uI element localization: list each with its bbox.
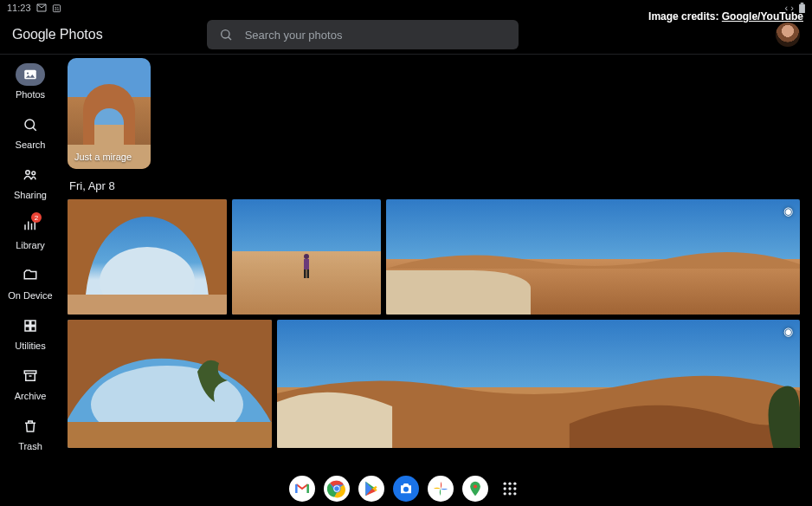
- svg-rect-17: [31, 321, 35, 325]
- image-credits: Image credits: Google/YouTube: [648, 10, 803, 23]
- photo-row: ◉: [68, 199, 800, 315]
- panorama-icon: ◉: [783, 325, 793, 338]
- search-placeholder: Search your photos: [245, 29, 343, 42]
- svg-point-8: [25, 120, 35, 129]
- svg-rect-27: [307, 269, 310, 278]
- sidebar-item-label: Archive: [15, 391, 47, 401]
- svg-point-7: [27, 72, 29, 74]
- sidebar-item-label: Library: [16, 240, 45, 250]
- svg-point-39: [508, 483, 511, 485]
- photo-row: ◉: [68, 320, 800, 448]
- account-avatar[interactable]: [776, 23, 800, 47]
- sidebar: Photos Search Sharing 2 Library On Devic…: [0, 55, 61, 471]
- panorama-icon: ◉: [783, 204, 793, 217]
- svg-rect-18: [25, 327, 29, 331]
- svg-point-10: [26, 171, 30, 175]
- sidebar-item-archive[interactable]: Archive: [15, 365, 47, 401]
- svg-point-24: [304, 254, 309, 259]
- svg-rect-19: [31, 327, 35, 331]
- dock-app-camera[interactable]: [393, 476, 419, 502]
- svg-rect-3: [801, 3, 803, 4]
- utilities-icon: [23, 318, 38, 334]
- memories-carousel: Just a mirage: [68, 58, 800, 169]
- svg-point-11: [32, 172, 35, 175]
- svg-point-38: [504, 483, 506, 485]
- dock-app-play[interactable]: [358, 476, 384, 502]
- dock-app-gmail[interactable]: [289, 476, 315, 502]
- svg-point-35: [334, 486, 339, 491]
- sidebar-item-label: Photos: [16, 89, 45, 100]
- status-time: 11:23: [7, 3, 31, 13]
- sidebar-item-label: Search: [16, 139, 46, 150]
- sidebar-item-trash[interactable]: Trash: [16, 415, 45, 451]
- sharing-icon: [22, 167, 39, 183]
- sidebar-item-label: Utilities: [15, 341, 45, 351]
- library-badge: 2: [31, 212, 42, 223]
- svg-point-4: [221, 30, 229, 38]
- sidebar-item-sharing[interactable]: Sharing: [14, 164, 47, 200]
- photos-icon: [23, 67, 38, 82]
- sidebar-item-search[interactable]: Search: [16, 114, 46, 150]
- svg-line-5: [228, 37, 230, 40]
- main-content: Just a mirage Fri, Apr 8 ◉: [61, 55, 812, 471]
- app-logo[interactable]: Google Photos: [12, 27, 103, 42]
- archive-icon: [23, 368, 38, 384]
- sidebar-item-label: Sharing: [14, 190, 47, 200]
- photo-thumb[interactable]: [68, 199, 227, 315]
- svg-point-37: [474, 484, 477, 488]
- svg-point-41: [504, 487, 506, 490]
- svg-point-44: [504, 492, 506, 495]
- gmail-status-icon: [36, 3, 47, 12]
- sidebar-item-label: On Device: [8, 290, 52, 301]
- svg-rect-16: [25, 321, 29, 325]
- dock-app-allapps[interactable]: [497, 476, 523, 502]
- dock-app-photos[interactable]: [428, 476, 454, 502]
- photo-thumb[interactable]: [68, 320, 272, 448]
- svg-point-46: [513, 492, 516, 495]
- svg-point-45: [508, 492, 511, 495]
- svg-point-43: [513, 487, 516, 490]
- svg-rect-20: [24, 371, 36, 373]
- svg-text:31: 31: [54, 6, 59, 11]
- svg-point-40: [513, 483, 516, 485]
- credits-link[interactable]: Google/YouTube: [722, 10, 803, 23]
- svg-point-42: [508, 487, 511, 490]
- taskbar-dock: [0, 471, 812, 506]
- trash-icon: [23, 418, 38, 434]
- sidebar-item-photos[interactable]: Photos: [16, 63, 45, 100]
- search-input[interactable]: Search your photos: [207, 20, 519, 49]
- ondevice-icon: [23, 268, 38, 283]
- sidebar-item-ondevice[interactable]: On Device: [8, 264, 52, 301]
- dock-app-chrome[interactable]: [324, 476, 350, 502]
- calendar-status-icon: 31: [52, 3, 61, 13]
- svg-rect-25: [304, 259, 309, 269]
- sidebar-item-utilities[interactable]: Utilities: [15, 315, 45, 351]
- memory-title: Just a mirage: [74, 152, 144, 162]
- sidebar-item-label: Trash: [18, 441, 42, 451]
- svg-rect-23: [68, 295, 227, 315]
- svg-line-9: [33, 127, 36, 131]
- dock-app-maps[interactable]: [462, 476, 488, 502]
- photo-thumb-panorama[interactable]: ◉: [386, 199, 800, 315]
- photo-thumb[interactable]: [232, 199, 381, 315]
- search-icon: [23, 117, 38, 133]
- sidebar-item-library[interactable]: 2 Library: [16, 214, 45, 250]
- memory-card[interactable]: Just a mirage: [68, 58, 151, 169]
- svg-point-36: [403, 487, 409, 492]
- svg-rect-26: [304, 269, 306, 278]
- svg-rect-30: [68, 422, 272, 448]
- photo-thumb-panorama[interactable]: ◉: [277, 320, 800, 448]
- search-icon: [219, 28, 233, 42]
- date-header: Fri, Apr 8: [69, 179, 800, 192]
